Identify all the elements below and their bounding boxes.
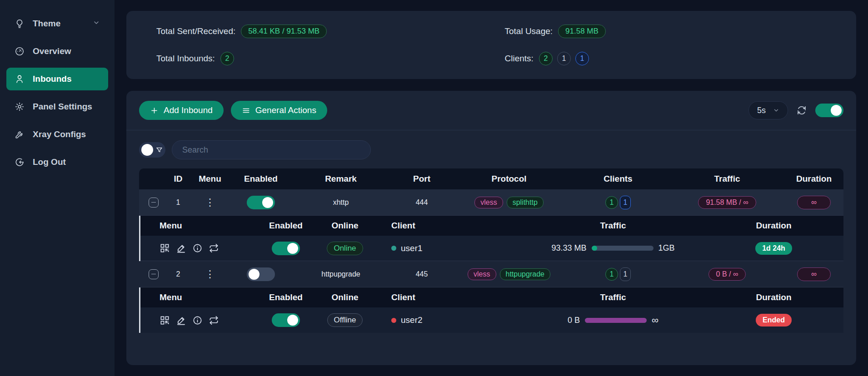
- col-header-menu: Menu: [188, 174, 232, 184]
- traffic-progress-bar: [592, 246, 653, 251]
- stats-card: Total Sent/Received: 58.41 KB / 91.53 MB…: [126, 11, 856, 79]
- traffic-pill[interactable]: 91.58 MB / ∞: [698, 196, 756, 209]
- client-duration-badge: 1d 24h: [755, 242, 792, 255]
- search-input[interactable]: [172, 140, 371, 159]
- expanded-clients-section: Menu Enabled Online Client Traffic Durat…: [139, 216, 843, 261]
- col-header-duration: Duration: [704, 221, 843, 231]
- sidebar-item-panel-settings[interactable]: Panel Settings: [6, 95, 108, 118]
- traffic-progress-fill: [585, 318, 647, 323]
- col-header-menu: Menu: [140, 292, 254, 302]
- clients-online-badge: 1: [575, 52, 589, 65]
- duration-pill[interactable]: ∞: [797, 267, 831, 281]
- edit-icon[interactable]: [176, 315, 186, 326]
- stat-label: Total Sent/Received:: [156, 26, 235, 36]
- sidebar-item-overview[interactable]: Overview: [6, 40, 108, 63]
- sidebar-item-label: Xray Configs: [33, 129, 86, 139]
- client-table-header-row: Menu Enabled Online Client Traffic Durat…: [140, 287, 843, 307]
- funnel-icon: [155, 146, 163, 154]
- sidebar-item-inbounds[interactable]: Inbounds: [6, 68, 108, 90]
- stat-clients: Clients: 2 1 1: [504, 52, 605, 65]
- col-header-remark: Remark: [290, 174, 392, 184]
- refresh-icon[interactable]: [796, 105, 807, 116]
- clients-count-badge: 1: [605, 268, 618, 281]
- info-icon[interactable]: [192, 243, 203, 253]
- toggle-knob: [831, 105, 842, 116]
- client-row: Offline user2 0 B ∞ Ended: [140, 307, 843, 333]
- row-menu-icon[interactable]: ⋮: [205, 198, 215, 208]
- reset-traffic-icon[interactable]: [209, 243, 219, 253]
- col-header-enabled: Enabled: [232, 174, 290, 184]
- sidebar-item-label: Panel Settings: [33, 102, 92, 112]
- qrcode-icon[interactable]: [160, 243, 170, 253]
- client-enabled-toggle[interactable]: [272, 313, 300, 327]
- traffic-pill[interactable]: 0 B / ∞: [708, 268, 746, 281]
- toggle-knob: [262, 197, 273, 208]
- col-header-duration: Duration: [784, 174, 843, 184]
- search-row: [126, 130, 856, 167]
- general-actions-button[interactable]: General Actions: [231, 101, 327, 120]
- table-header-row: ID Menu Enabled Remark Port Protocol Cli…: [139, 168, 843, 189]
- transport-badge: splithttp: [507, 197, 544, 208]
- col-header-traffic: Traffic: [522, 221, 704, 231]
- sidebar-item-logout[interactable]: Log Out: [6, 151, 108, 173]
- client-status-dot: [391, 318, 396, 323]
- sent-received-badge: 58.41 KB / 91.53 MB: [241, 25, 327, 38]
- client-enabled-toggle[interactable]: [272, 242, 300, 255]
- refresh-interval-select[interactable]: 5s: [748, 101, 788, 119]
- inbound-remark: httpupgrade: [290, 270, 392, 278]
- traffic-used: 0 B: [568, 316, 580, 325]
- sidebar-item-label: Inbounds: [33, 74, 71, 84]
- inbound-port: 445: [392, 270, 452, 278]
- add-inbound-button[interactable]: Add Inbound: [139, 101, 224, 120]
- stats-left-column: Total Sent/Received: 58.41 KB / 91.53 MB…: [156, 25, 504, 65]
- info-icon[interactable]: [192, 315, 203, 326]
- col-header-enabled: Enabled: [254, 221, 318, 231]
- clients-online-badge: 1: [620, 196, 631, 209]
- plus-icon: [150, 106, 159, 115]
- row-menu-icon[interactable]: ⋮: [205, 269, 215, 279]
- col-header-traffic: Traffic: [522, 292, 704, 302]
- filter-toggle[interactable]: [139, 142, 165, 158]
- inbound-id: 1: [168, 198, 188, 207]
- online-status-badge: Offline: [327, 313, 363, 327]
- client-name: user1: [401, 243, 423, 253]
- col-header-enabled: Enabled: [254, 292, 318, 302]
- user-icon: [15, 74, 25, 84]
- inbounds-table: ID Menu Enabled Remark Port Protocol Cli…: [139, 168, 843, 333]
- duration-pill[interactable]: ∞: [797, 196, 831, 209]
- client-menu-icons: [140, 315, 254, 326]
- collapse-icon[interactable]: [149, 269, 159, 279]
- inbound-enabled-toggle[interactable]: [247, 196, 275, 209]
- sidebar-item-xray-configs[interactable]: Xray Configs: [6, 123, 108, 146]
- col-header-online: Online: [318, 292, 372, 302]
- edit-icon[interactable]: [176, 243, 186, 253]
- transport-badge: httpupgrade: [500, 268, 550, 280]
- col-header-online: Online: [318, 221, 372, 231]
- auto-refresh-toggle[interactable]: [815, 104, 843, 117]
- traffic-limit: 1GB: [658, 243, 675, 253]
- chevron-down-icon: [93, 19, 100, 29]
- client-menu-icons: [140, 243, 254, 253]
- client-name: user2: [401, 315, 423, 325]
- sidebar-item-theme[interactable]: Theme: [6, 12, 108, 35]
- app-root: Theme Overview Inbounds Panel Settings: [0, 0, 868, 376]
- toolbar: Add Inbound General Actions 5s: [126, 91, 856, 130]
- col-header-clients: Clients: [566, 174, 670, 184]
- collapse-icon[interactable]: [149, 198, 159, 208]
- protocol-badge: vless: [468, 268, 496, 280]
- main-area: Total Sent/Received: 58.41 KB / 91.53 MB…: [115, 0, 868, 376]
- qrcode-icon[interactable]: [160, 315, 170, 326]
- reset-traffic-icon[interactable]: [209, 315, 219, 326]
- inbound-enabled-toggle[interactable]: [247, 267, 275, 281]
- toggle-knob: [249, 269, 259, 280]
- wrench-icon: [15, 129, 25, 139]
- inbound-remark: xhttp: [290, 198, 392, 207]
- col-header-client: Client: [372, 292, 522, 302]
- stats-right-column: Total Usage: 91.58 MB Clients: 2 1 1: [504, 25, 605, 65]
- hamburger-icon: [242, 106, 250, 115]
- col-header-traffic: Traffic: [670, 174, 784, 184]
- stat-label: Clients:: [504, 54, 533, 64]
- col-header-id: ID: [168, 174, 188, 184]
- bulb-icon: [15, 19, 25, 29]
- expanded-clients-section: Menu Enabled Online Client Traffic Durat…: [139, 287, 843, 333]
